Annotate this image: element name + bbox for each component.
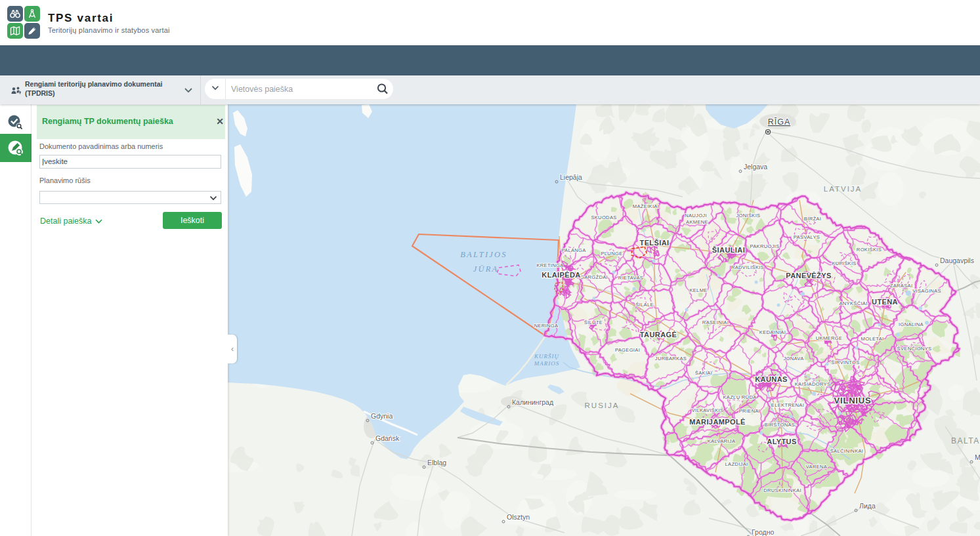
svg-text:DRUSKININKAI: DRUSKININKAI	[763, 487, 801, 493]
svg-text:NERINGA: NERINGA	[534, 323, 559, 329]
svg-text:ŠIRVINTOS: ŠIRVINTOS	[831, 360, 859, 365]
svg-text:ZARASAI: ZARASAI	[890, 283, 913, 289]
svg-text:KAIŠIADORYS: KAIŠIADORYS	[795, 381, 831, 387]
svg-text:ŠILALĖ: ŠILALĖ	[635, 302, 654, 308]
svg-text:RIETAVAS: RIETAVAS	[618, 275, 643, 281]
svg-text:KALVARIJA: KALVARIJA	[708, 438, 736, 444]
svg-text:JONAVA: JONAVA	[783, 356, 804, 361]
svg-text:Liepāja: Liepāja	[560, 173, 582, 181]
svg-text:MAŽEIKIAI: MAŽEIKIAI	[633, 203, 659, 209]
svg-text:ŠILUTĖ: ŠILUTĖ	[584, 320, 603, 325]
svg-text:IGNALINA: IGNALINA	[899, 321, 924, 327]
svg-text:AKMENĖ: AKMENĖ	[686, 219, 708, 225]
svg-text:PANEVĖŽYS: PANEVĖŽYS	[786, 272, 831, 279]
svg-text:MARIJAMPOLĖ: MARIJAMPOLĖ	[689, 418, 746, 426]
svg-text:Мол: Мол	[975, 453, 980, 461]
svg-text:ŠIAULIAI: ŠIAULIAI	[712, 246, 745, 254]
svg-text:RĪGA: RĪGA	[768, 117, 791, 127]
svg-text:Daugavpils: Daugavpils	[940, 257, 974, 264]
svg-text:BIRŽAI: BIRŽAI	[804, 216, 821, 222]
svg-text:ŠAKIAI: ŠAKIAI	[695, 370, 712, 376]
svg-text:BALTIJOS: BALTIJOS	[460, 250, 507, 259]
svg-text:KAUNAS: KAUNAS	[755, 375, 787, 383]
svg-text:KĖDAINIAI: KĖDAINIAI	[759, 329, 786, 335]
svg-text:Olsztyn: Olsztyn	[507, 513, 530, 521]
svg-text:Elbląg: Elbląg	[427, 459, 446, 466]
svg-text:UKMERGĖ: UKMERGĖ	[816, 335, 843, 341]
svg-text:KUPIŠKIS: KUPIŠKIS	[832, 260, 856, 266]
svg-text:ROKIŠKIS: ROKIŠKIS	[857, 247, 882, 253]
svg-text:VARĖNA: VARĖNA	[806, 464, 828, 470]
svg-text:GARGŽDAI: GARGŽDAI	[580, 274, 608, 280]
svg-text:VILNIUS: VILNIUS	[834, 396, 872, 405]
svg-text:KAZLŲ RŪDA: KAZLŲ RŪDA	[723, 394, 757, 400]
svg-text:Лида: Лида	[859, 502, 876, 510]
svg-text:RADVILIŠKIS: RADVILIŠKIS	[731, 264, 764, 270]
svg-text:JONIŠKIS: JONIŠKIS	[736, 213, 760, 218]
svg-text:PLUNGĖ: PLUNGĖ	[601, 251, 622, 257]
svg-text:KLAIPĖDA: KLAIPĖDA	[542, 271, 580, 279]
svg-text:PALANGA: PALANGA	[561, 247, 586, 253]
svg-text:LATVIJA: LATVIJA	[824, 185, 863, 193]
svg-text:Калининград: Калининград	[512, 398, 553, 406]
svg-text:ANYKŠČIAI: ANYKŠČIAI	[839, 300, 867, 306]
svg-text:Гродно: Гродно	[752, 528, 774, 536]
svg-text:VILKAVIŠKIS: VILKAVIŠKIS	[692, 407, 724, 413]
svg-text:SKUODAS: SKUODAS	[591, 215, 616, 220]
svg-text:Jelgava: Jelgava	[744, 163, 767, 171]
svg-text:UTENA: UTENA	[872, 298, 898, 306]
svg-text:PAKRUOJIS: PAKRUOJIS	[750, 243, 779, 249]
svg-text:BALTARUS: BALTARUS	[951, 436, 980, 445]
svg-text:PRIENAI: PRIENAI	[739, 408, 760, 414]
svg-text:Gdańsk: Gdańsk	[375, 434, 400, 442]
svg-text:BIRŠTONAS: BIRŠTONAS	[765, 422, 795, 428]
svg-text:JURBARKAS: JURBARKAS	[655, 356, 687, 361]
svg-text:KELMĖ: KELMĖ	[689, 287, 707, 293]
svg-text:MOLĖTAI: MOLĖTAI	[861, 336, 884, 342]
svg-text:ELEKTRĖNAI: ELEKTRĖNAI	[771, 402, 804, 408]
svg-text:MARIOS: MARIOS	[534, 360, 560, 367]
svg-text:TAURAGĖ: TAURAGĖ	[640, 331, 677, 339]
svg-text:KRETINGA: KRETINGA	[536, 262, 564, 268]
svg-text:ALYTUS: ALYTUS	[767, 438, 796, 445]
svg-text:RUSIJA: RUSIJA	[585, 402, 620, 409]
svg-text:ŠVENČIONYS: ŠVENČIONYS	[897, 346, 932, 352]
svg-text:VISAGINAS: VISAGINAS	[912, 288, 941, 294]
svg-text:Gdynia: Gdynia	[371, 412, 393, 420]
svg-text:RASEINIAI: RASEINIAI	[702, 320, 729, 325]
svg-text:KURŠIŲ: KURŠIŲ	[534, 353, 559, 360]
svg-text:TELŠIAI: TELŠIAI	[640, 239, 670, 247]
svg-text:PAGĖGIAI: PAGĖGIAI	[615, 347, 640, 353]
svg-text:PASVALYS: PASVALYS	[794, 234, 820, 240]
svg-text:JŪRA: JŪRA	[473, 264, 499, 274]
svg-text:NAUJOJI: NAUJOJI	[685, 213, 707, 218]
svg-text:ŠALČININKAI: ŠALČININKAI	[830, 448, 864, 454]
svg-text:LAZDIJAI: LAZDIJAI	[725, 461, 748, 467]
